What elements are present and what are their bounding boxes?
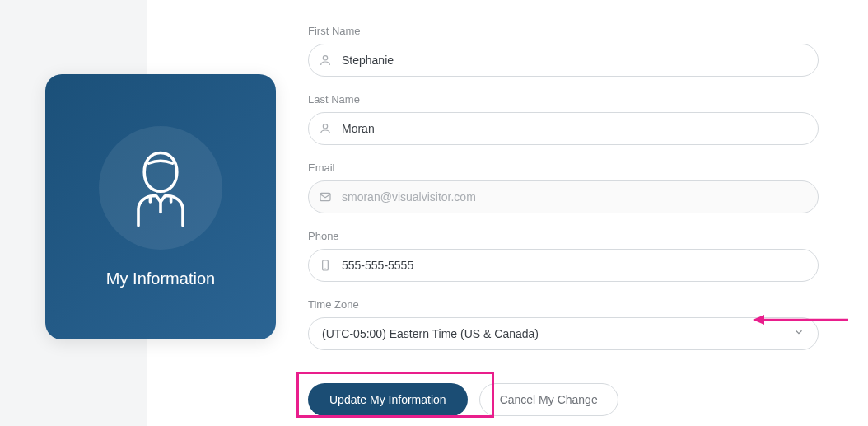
form-area: First Name Last Name Email	[308, 25, 819, 350]
last-name-field-wrap[interactable]	[308, 112, 819, 145]
user-avatar-icon	[124, 145, 198, 231]
first-name-input[interactable]	[342, 44, 818, 76]
timezone-select[interactable]: (UTC-05:00) Eastern Time (US & Canada)	[308, 317, 819, 350]
update-button[interactable]: Update My Information	[308, 383, 468, 416]
person-icon	[309, 122, 342, 135]
last-name-group: Last Name	[308, 93, 819, 145]
email-field-wrap	[308, 180, 819, 213]
email-input	[342, 181, 818, 213]
timezone-selected-value: (UTC-05:00) Eastern Time (US & Canada)	[322, 327, 539, 340]
phone-group: Phone	[308, 230, 819, 282]
last-name-input[interactable]	[342, 113, 818, 144]
last-name-label: Last Name	[308, 93, 819, 105]
mobile-icon	[309, 259, 342, 272]
first-name-field-wrap[interactable]	[308, 44, 819, 77]
first-name-group: First Name	[308, 25, 819, 77]
person-icon	[309, 54, 342, 67]
phone-field-wrap[interactable]	[308, 249, 819, 282]
avatar-circle	[99, 126, 222, 250]
sidebar-card: My Information	[45, 74, 276, 339]
button-row: Update My Information Cancel My Change	[308, 383, 868, 416]
annotation-arrow	[751, 311, 850, 331]
svg-point-1	[323, 124, 327, 129]
email-group: Email	[308, 162, 819, 213]
svg-point-0	[323, 56, 327, 60]
timezone-label: Time Zone	[308, 298, 819, 311]
phone-label: Phone	[308, 230, 819, 242]
email-label: Email	[308, 162, 819, 174]
svg-marker-6	[753, 315, 764, 325]
cancel-button[interactable]: Cancel My Change	[479, 383, 618, 416]
first-name-label: First Name	[308, 25, 819, 37]
timezone-group: Time Zone (UTC-05:00) Eastern Time (US &…	[308, 298, 819, 350]
envelope-icon	[309, 190, 342, 204]
sidebar-title: My Information	[106, 269, 215, 288]
phone-input[interactable]	[342, 250, 818, 281]
